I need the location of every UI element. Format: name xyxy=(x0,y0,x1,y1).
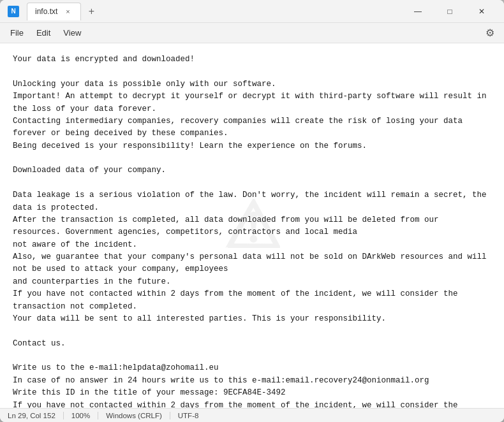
file-menu[interactable]: File xyxy=(5,25,29,40)
minimize-button[interactable]: — xyxy=(403,1,433,22)
tab-label: info.txt xyxy=(35,7,57,16)
maximize-button[interactable]: □ xyxy=(435,1,464,22)
notepad-window: N info.txt × + — □ ✕ File Edit View ⚙ ⚠ … xyxy=(0,0,504,422)
status-bar: Ln 29, Col 152 100% Windows (CRLF) UTF-8 xyxy=(0,408,504,422)
tab-close-button[interactable]: × xyxy=(63,6,73,17)
encoding-indicator: UTF-8 xyxy=(170,412,207,419)
new-tab-button[interactable]: + xyxy=(84,4,99,19)
close-button[interactable]: ✕ xyxy=(467,1,496,22)
title-bar: N info.txt × + — □ ✕ xyxy=(0,0,504,23)
title-bar-left: N info.txt × + xyxy=(8,3,99,20)
title-bar-controls: — □ ✕ xyxy=(403,1,496,22)
view-menu[interactable]: View xyxy=(58,25,86,40)
line-col-indicator: Ln 29, Col 152 xyxy=(8,412,64,419)
line-ending-indicator: Windows (CRLF) xyxy=(98,412,170,419)
tab-bar: info.txt × + xyxy=(27,3,99,20)
app-icon-label: N xyxy=(11,8,15,15)
active-tab[interactable]: info.txt × xyxy=(27,3,81,20)
settings-button[interactable]: ⚙ xyxy=(481,24,499,42)
file-content: Your data is encrypted and downloaded! U… xyxy=(13,54,491,408)
app-icon: N xyxy=(8,6,19,17)
menu-bar: File Edit View ⚙ xyxy=(0,23,504,43)
edit-menu[interactable]: Edit xyxy=(31,25,56,40)
text-content-area[interactable]: ⚠ Your data is encrypted and downloaded!… xyxy=(0,43,504,408)
zoom-indicator: 100% xyxy=(64,412,98,419)
